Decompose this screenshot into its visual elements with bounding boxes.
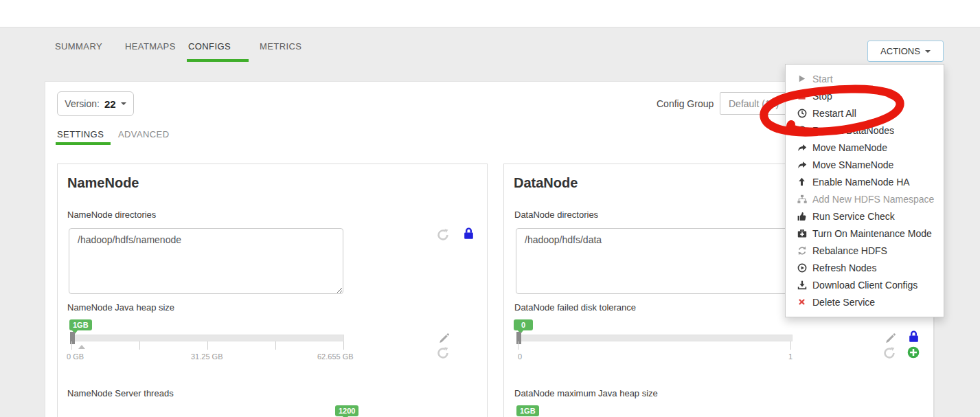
edit-pencil-icon[interactable] — [437, 331, 451, 345]
play-circle-icon — [797, 263, 810, 273]
namenode-threads-label: NameNode Server threads — [67, 388, 174, 398]
namenode-panel-title: NameNode — [67, 175, 139, 191]
sitemap-icon — [797, 194, 810, 204]
slider-default-marker — [78, 345, 85, 349]
slider-tick — [518, 341, 519, 350]
menu-item-delete-service[interactable]: Delete Service — [786, 293, 944, 311]
tab-advanced[interactable]: ADVANCED — [118, 129, 169, 139]
menu-item-label: Download Client Configs — [812, 280, 918, 291]
menu-item-move-namenode[interactable]: Move NameNode — [786, 139, 944, 156]
namenode-directories-label: NameNode directories — [67, 210, 156, 220]
arrow-up-icon — [797, 177, 810, 186]
slider-tick — [343, 341, 344, 350]
namenode-heap-label: NameNode Java heap size — [67, 302, 174, 313]
config-group-label: Config Group — [657, 98, 714, 109]
menu-item-label: Move SNameNode — [812, 159, 893, 170]
menu-item-label: Stop — [812, 91, 832, 102]
topbar — [0, 0, 980, 27]
caret-down-icon — [121, 102, 126, 105]
menu-item-label: Refresh Nodes — [812, 262, 876, 273]
menu-item-add-new-hdfs-namespace[interactable]: Add New HDFS Namespace — [786, 190, 944, 207]
menu-item-label: Restart All — [812, 108, 856, 119]
menu-item-label: Move NameNode — [812, 142, 887, 153]
move-icon — [797, 160, 810, 170]
undo-icon[interactable] — [436, 228, 450, 242]
stop-icon — [797, 91, 810, 100]
active-tab-underline — [187, 59, 249, 62]
undo-icon[interactable] — [882, 346, 896, 360]
namenode-directories-textarea[interactable]: /hadoop/hdfs/namenode — [69, 228, 343, 294]
menu-item-restart-datanodes[interactable]: Restart DataNodes — [786, 122, 944, 139]
config-group-select[interactable]: Default (12) — [720, 92, 793, 115]
menu-item-start[interactable]: Start — [786, 70, 944, 87]
download-icon — [797, 280, 810, 290]
datanode-tolerance-label: DataNode failed disk tolerance — [514, 302, 636, 313]
datanode-directories-label: DataNode directories — [514, 210, 598, 220]
datanode-directories-textarea[interactable]: /hadoop/hdfs/data — [516, 228, 793, 294]
actions-button[interactable]: ACTIONS — [867, 41, 944, 62]
slider-tick — [139, 341, 140, 350]
namenode-threads-value-badge: 1200 — [335, 405, 358, 416]
medkit-icon — [797, 229, 810, 238]
menu-item-label: Turn On Maintenance Mode — [812, 228, 932, 239]
menu-item-run-service-check[interactable]: Run Service Check — [786, 207, 944, 225]
menu-item-move-snamenode[interactable]: Move SNameNode — [786, 156, 944, 173]
move-icon — [797, 143, 810, 153]
datanode-panel-title: DataNode — [514, 175, 578, 191]
menu-item-label: Run Service Check — [812, 211, 895, 222]
slider-tick-label: 0 GB — [67, 352, 84, 361]
actions-button-label: ACTIONS — [880, 46, 920, 56]
datanode-max-heap-value-badge: 1GB — [516, 405, 539, 416]
slider-tick-label: 0 — [518, 352, 522, 361]
menu-item-label: Restart DataNodes — [812, 125, 894, 136]
menu-item-restart-all[interactable]: Restart All — [786, 104, 944, 122]
delete-x-icon — [797, 297, 810, 306]
namenode-panel: NameNode NameNode directories /hadoop/hd… — [57, 164, 488, 417]
play-icon — [797, 74, 810, 83]
menu-item-download-client-configs[interactable]: Download Client Configs — [786, 276, 944, 293]
menu-item-enable-namenode-ha[interactable]: Enable NameNode HA — [786, 173, 944, 190]
version-value: 22 — [104, 98, 116, 110]
namenode-heap-slider-track[interactable] — [71, 335, 344, 341]
add-property-icon[interactable] — [907, 346, 920, 359]
clock-icon — [797, 109, 810, 118]
slider-tick-label: 62.655 GB — [317, 352, 354, 361]
menu-item-label: Add New HDFS Namespace — [812, 194, 934, 205]
namenode-heap-value-badge: 1GB — [69, 319, 92, 330]
slider-tick-label: 1 — [788, 352, 793, 361]
slider-tick — [275, 341, 276, 350]
menu-item-stop[interactable]: Stop — [786, 87, 944, 104]
slider-tick — [790, 341, 791, 350]
slider-tick — [207, 341, 208, 350]
version-selector-button[interactable]: Version: 22 — [57, 91, 134, 116]
active-subtab-underline — [56, 142, 111, 145]
menu-item-turn-on-maintenance-mode[interactable]: Turn On Maintenance Mode — [786, 225, 944, 242]
sync-icon — [797, 246, 810, 256]
clock-icon — [797, 126, 810, 135]
ambari-hdfs-configs-screen: / Services / HDFS / Configs tpch 0 — [0, 0, 980, 417]
config-group-value: Default (12) — [729, 98, 779, 109]
tab-summary[interactable]: SUMMARY — [55, 41, 102, 62]
tab-heatmaps[interactable]: HEATMAPS — [125, 41, 176, 62]
menu-item-label: Enable NameNode HA — [812, 177, 910, 188]
datanode-max-heap-label: DataNode maximum Java heap size — [514, 388, 658, 398]
caret-down-icon — [925, 50, 931, 53]
menu-item-rebalance-hdfs[interactable]: Rebalance HDFS — [786, 242, 944, 259]
datanode-tolerance-slider-track[interactable] — [518, 335, 793, 341]
menu-item-label: Start — [812, 74, 833, 84]
lock-icon[interactable] — [907, 330, 920, 343]
edit-pencil-icon[interactable] — [883, 331, 897, 345]
menu-item-refresh-nodes[interactable]: Refresh Nodes — [786, 259, 944, 276]
undo-icon[interactable] — [436, 346, 450, 360]
menu-item-label: Delete Service — [812, 297, 875, 308]
slider-tick-label: 31.25 GB — [191, 352, 223, 361]
thumbs-up-icon — [797, 212, 810, 221]
tab-settings[interactable]: SETTINGS — [57, 129, 104, 139]
menu-item-label: Rebalance HDFS — [812, 245, 887, 256]
datanode-tolerance-value-badge: 0 — [514, 319, 533, 330]
lock-icon[interactable] — [461, 227, 475, 240]
tab-metrics[interactable]: METRICS — [260, 41, 301, 62]
actions-dropdown-menu: Start Stop Restart All Restart DataNodes… — [785, 64, 944, 317]
version-label: Version: — [65, 98, 100, 109]
slider-tick — [71, 341, 72, 350]
